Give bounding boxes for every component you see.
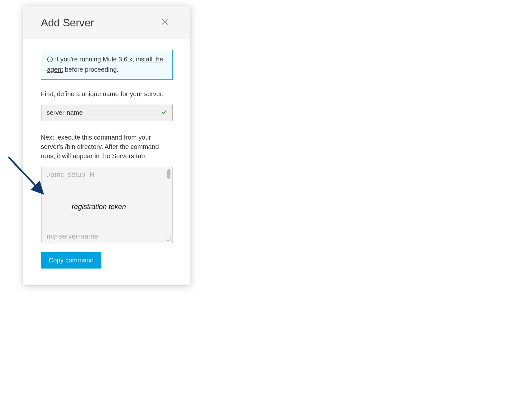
close-button[interactable] (158, 16, 171, 29)
copy-command-button[interactable]: Copy command (41, 252, 101, 269)
svg-rect-4 (50, 59, 50, 61)
command-line-1: ./amc_setup -H (47, 170, 163, 179)
check-icon (161, 109, 167, 116)
info-banner: If you're running Mule 3.6.x, install th… (41, 50, 173, 80)
info-banner-prefix: If you're running Mule 3.6.x, (55, 56, 136, 63)
command-line-3: my-server-name (47, 232, 98, 241)
info-icon (47, 56, 53, 65)
info-banner-suffix: before proceeding. (63, 66, 118, 73)
resize-grip-icon[interactable] (168, 239, 172, 242)
svg-point-3 (50, 58, 50, 59)
dialog-body: If you're running Mule 3.6.x, install th… (23, 39, 190, 285)
instruction-define-name: First, define a unique name for your ser… (41, 89, 173, 99)
close-icon (161, 18, 169, 27)
scrollbar-thumb[interactable] (167, 169, 170, 179)
scrollbar[interactable] (166, 169, 170, 240)
server-name-input[interactable] (41, 105, 173, 121)
svg-line-5 (169, 242, 172, 243)
dialog-title: Add Server (41, 16, 94, 29)
registration-token-label: registration token (72, 203, 126, 211)
server-name-field-wrap (41, 105, 173, 121)
add-server-dialog: Add Server If you're running Mule 3.6.x,… (23, 6, 190, 285)
command-textarea[interactable]: ./amc_setup -H registration token my-ser… (41, 167, 173, 243)
dialog-header: Add Server (23, 6, 190, 39)
instruction-execute-command: Next, execute this command from your ser… (41, 133, 173, 161)
